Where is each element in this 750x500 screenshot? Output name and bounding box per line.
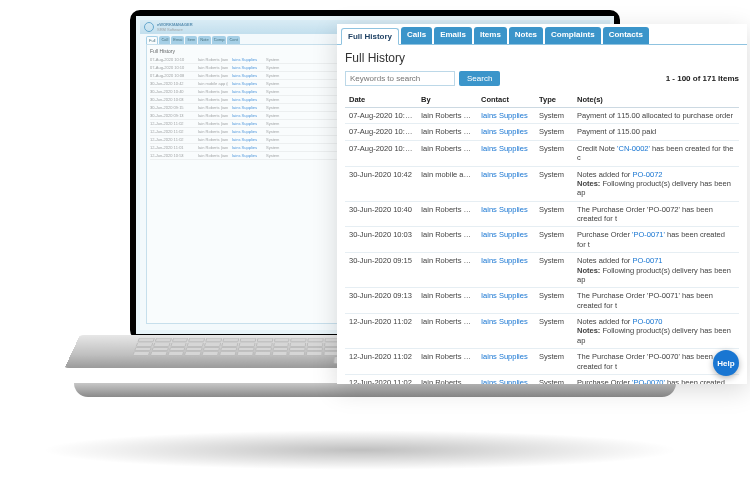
note-link[interactable]: 'CN-0002' — [617, 144, 650, 153]
contact-link[interactable]: Iains Supplies — [481, 256, 528, 265]
contact-link[interactable]: Iains Supplies — [481, 352, 528, 361]
note-link[interactable]: PO-0071 — [632, 256, 662, 265]
tab-bar: Full HistoryCallsEmailsItemsNotesComplai… — [337, 24, 747, 45]
contact-link[interactable]: Iains Supplies — [481, 230, 528, 239]
help-button[interactable]: Help — [713, 350, 739, 376]
column-notes[interactable]: Note(s) — [573, 92, 739, 108]
table-row[interactable]: 30-Jun-2020 09:13Iain Roberts (ianr)Iain… — [345, 288, 739, 314]
contact-link[interactable]: Iains Supplies — [481, 378, 528, 384]
contact-link[interactable]: Iains Supplies — [481, 317, 528, 326]
note-link[interactable]: PO-0072 — [632, 170, 662, 179]
tab-calls[interactable]: Calls — [401, 27, 432, 44]
table-row[interactable]: 12-Jun-2020 11:02Iain Roberts (ianr)Iain… — [345, 314, 739, 349]
contact-link[interactable]: Iains Supplies — [481, 127, 528, 136]
contact-link[interactable]: Iains Supplies — [481, 111, 528, 120]
tab-emails[interactable]: Emails — [434, 27, 472, 44]
note-link[interactable]: 'PO-0071' — [632, 230, 665, 239]
history-panel-overlay: Full HistoryCallsEmailsItemsNotesComplai… — [337, 24, 747, 384]
contact-link[interactable]: Iains Supplies — [481, 144, 528, 153]
column-date[interactable]: Date — [345, 92, 417, 108]
table-row[interactable]: 07-Aug-2020 10:08Iain Roberts (ianr)Iain… — [345, 140, 739, 166]
tab-full-history[interactable]: Full History — [341, 28, 399, 45]
tab-contacts[interactable]: Contacts — [603, 27, 649, 44]
table-row[interactable]: 07-Aug-2020 10:10Iain Roberts (ianr)Iain… — [345, 108, 739, 124]
column-by[interactable]: By — [417, 92, 477, 108]
column-contact[interactable]: Contact — [477, 92, 535, 108]
panel-title: Full History — [345, 51, 739, 65]
table-row[interactable]: 07-Aug-2020 10:10Iain Roberts (ianr)Iain… — [345, 124, 739, 140]
brand-subtitle: SRM Software — [157, 27, 193, 32]
result-count: 1 - 100 of 171 Items — [666, 74, 739, 83]
table-row[interactable]: 30-Jun-2020 10:40Iain Roberts (ianr)Iain… — [345, 201, 739, 227]
brand-logo-icon — [144, 22, 154, 32]
table-row[interactable]: 30-Jun-2020 09:15Iain Roberts (ianr)Iain… — [345, 253, 739, 288]
table-row[interactable]: 30-Jun-2020 10:42Iain mobile app (ianmob… — [345, 166, 739, 201]
table-row[interactable]: 12-Jun-2020 11:02Iain Roberts (ianr)Iain… — [345, 374, 739, 384]
history-table: DateByContactTypeNote(s) 07-Aug-2020 10:… — [345, 92, 739, 384]
note-link[interactable]: PO-0070 — [632, 317, 662, 326]
contact-link[interactable]: Iains Supplies — [481, 205, 528, 214]
search-button[interactable]: Search — [459, 71, 500, 86]
tab-complaints[interactable]: Complaints — [545, 27, 601, 44]
column-type[interactable]: Type — [535, 92, 573, 108]
tab-items[interactable]: Items — [474, 27, 507, 44]
contact-link[interactable]: Iains Supplies — [481, 291, 528, 300]
note-link[interactable]: 'PO-0070' — [632, 378, 665, 384]
search-input[interactable] — [345, 71, 455, 86]
table-row[interactable]: 30-Jun-2020 10:03Iain Roberts (ianr)Iain… — [345, 227, 739, 253]
table-row[interactable]: 12-Jun-2020 11:02Iain Roberts (ianr)Iain… — [345, 349, 739, 375]
contact-link[interactable]: Iains Supplies — [481, 170, 528, 179]
tab-notes[interactable]: Notes — [509, 27, 543, 44]
